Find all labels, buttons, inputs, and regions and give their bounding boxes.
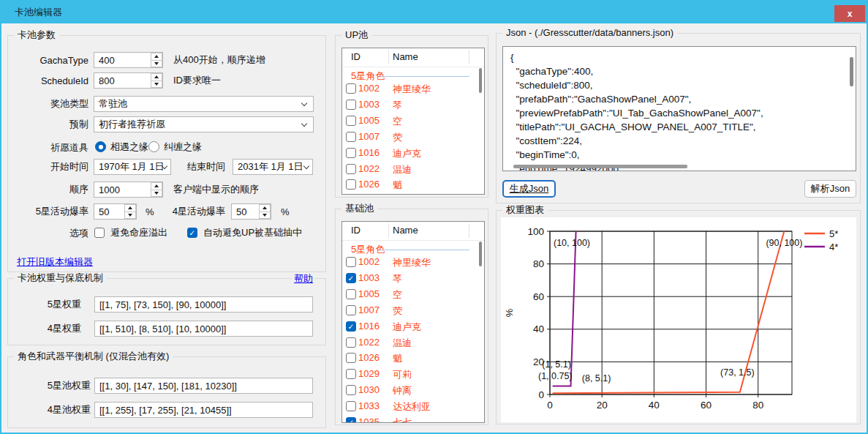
list-item[interactable]: 1005空 (342, 113, 484, 130)
row-checkbox[interactable] (346, 179, 356, 190)
radio-acquaint-fate[interactable] (95, 141, 106, 152)
avoid-constellation-overflow-label[interactable]: 避免命座溢出 (110, 226, 167, 239)
row-checkbox[interactable] (346, 337, 356, 348)
rate5-value[interactable]: 50 (94, 204, 124, 219)
spin-up-button[interactable] (151, 73, 162, 81)
row-checkbox[interactable] (346, 385, 356, 395)
list-item[interactable]: 1016迪卢克 (342, 319, 484, 335)
row-checkbox[interactable] (346, 132, 356, 142)
radio-acquaint-fate-label[interactable]: 相遇之缘 (110, 141, 148, 154)
spinner-buttons (259, 204, 271, 219)
vertical-scrollbar[interactable] (850, 57, 853, 86)
base-pool-list[interactable]: ID Name 5星角色 1002神里绫华1003琴1005空1007荧1016… (341, 221, 485, 423)
schedule-id-spinner[interactable]: 800 (94, 72, 163, 89)
auto-avoid-up-checkbox[interactable] (187, 228, 197, 238)
spin-down-button[interactable] (151, 81, 162, 89)
up-pool-list[interactable]: ID Name 5星角色 1002神里绫华1003琴1005空1007荧1016… (341, 48, 485, 195)
row-id: 1035 (358, 416, 380, 423)
parse-json-button[interactable]: 解析Json (804, 180, 856, 198)
pool-weight4-input[interactable]: [[1, 255], [17, 255], [21, 10455]] (94, 402, 313, 418)
list-item[interactable]: 1033达达利亚 (342, 399, 484, 415)
spinner-buttons (124, 204, 136, 219)
row-checkbox[interactable] (346, 369, 356, 379)
pool-weight5-input[interactable]: [[1, 30], [147, 150], [181, 10230]] (94, 378, 313, 394)
rate4-spinner[interactable]: 50 (231, 203, 271, 220)
column-header-id[interactable]: ID (351, 51, 361, 62)
list-item[interactable]: 1022温迪 (342, 335, 484, 351)
row-id: 1003 (358, 272, 380, 283)
row-checkbox[interactable] (346, 401, 356, 411)
begin-time-datepicker[interactable]: 1970年 1月 1日 (94, 159, 171, 175)
close-button[interactable]: x (834, 5, 865, 22)
row-name: 空 (393, 288, 402, 302)
open-legacy-editor-link[interactable]: 打开旧版本编辑器 (17, 255, 93, 269)
spin-up-button[interactable] (151, 53, 162, 61)
list-item[interactable]: 1003琴 (342, 97, 484, 113)
column-header-name[interactable]: Name (393, 51, 418, 62)
row-checkbox[interactable] (346, 83, 356, 94)
svg-text:60: 60 (701, 400, 712, 411)
rate4-value[interactable]: 50 (232, 204, 259, 219)
horizontal-scrollbar[interactable] (513, 165, 687, 168)
list-item[interactable]: 1035七七 (342, 415, 484, 423)
list-item[interactable]: 1002神里绫华 (342, 81, 484, 97)
arrow-down-icon (154, 62, 159, 65)
row-checkbox[interactable] (346, 321, 356, 332)
title-bar[interactable]: 卡池编辑器 (0, 0, 868, 23)
column-header-name[interactable]: Name (393, 225, 418, 236)
list-item[interactable]: 1007荧 (342, 130, 484, 146)
row-checkbox[interactable] (346, 257, 356, 267)
row-checkbox[interactable] (346, 289, 356, 299)
list-item[interactable]: 1026魈 (342, 177, 484, 193)
radio-intertwined-fate[interactable] (148, 141, 159, 152)
help-link[interactable]: 帮助 (292, 272, 315, 285)
list-item[interactable]: 1016迪卢克 (342, 146, 484, 162)
row-checkbox[interactable] (346, 164, 356, 174)
weight5-input[interactable]: [[1, 75], [73, 150], [90, 10000]] (94, 296, 313, 313)
vertical-scrollbar[interactable] (479, 68, 482, 93)
vertical-scrollbar[interactable] (479, 242, 482, 266)
spin-up-button[interactable] (259, 204, 271, 212)
schedule-id-value[interactable]: 800 (94, 73, 151, 88)
spin-down-button[interactable] (259, 212, 271, 220)
column-header-id[interactable]: ID (351, 225, 361, 236)
spin-down-button[interactable] (124, 212, 136, 220)
list-item[interactable]: 1030钟离 (342, 383, 484, 399)
rate5-spinner[interactable]: 50 (94, 203, 137, 220)
row-checkbox[interactable] (346, 100, 356, 110)
preset-dropdown[interactable]: 初行者推荐祈愿 (94, 116, 314, 132)
weight4-input[interactable]: [[1, 510], [8, 510], [10, 10000]] (94, 321, 313, 337)
section-divider (380, 76, 469, 77)
radio-intertwined-fate-label[interactable]: 纠缠之缘 (164, 141, 202, 154)
spin-up-button[interactable] (151, 182, 162, 190)
row-name: 七七 (393, 416, 412, 423)
spin-up-button[interactable] (124, 204, 136, 212)
chevron-down-icon (301, 121, 307, 127)
row-checkbox[interactable] (346, 417, 356, 423)
order-value[interactable]: 1000 (94, 182, 151, 197)
row-checkbox[interactable] (346, 353, 356, 363)
row-checkbox[interactable] (346, 273, 356, 283)
spin-down-button[interactable] (151, 190, 162, 198)
list-item[interactable]: 1002神里绫华 (342, 255, 484, 271)
gacha-type-value[interactable]: 400 (94, 53, 151, 67)
avoid-constellation-overflow-checkbox[interactable] (94, 228, 105, 238)
row-checkbox[interactable] (346, 148, 356, 158)
row-checkbox[interactable] (346, 116, 356, 126)
list-item[interactable]: 1005空 (342, 287, 484, 303)
pool-type-dropdown[interactable]: 常驻池 (94, 96, 314, 112)
auto-avoid-up-label[interactable]: 自动避免UP被基础抽中 (203, 226, 302, 239)
list-item[interactable]: 1003琴 (342, 271, 484, 287)
list-item[interactable]: 1022温迪 (342, 162, 484, 178)
end-time-datepicker[interactable]: 2031年 1月 1日 (233, 159, 313, 175)
spin-down-button[interactable] (151, 61, 162, 68)
spinner-buttons (151, 182, 162, 197)
list-item[interactable]: 1007荧 (342, 303, 484, 319)
order-spinner[interactable]: 1000 (94, 182, 163, 198)
list-item[interactable]: 1029可莉 (342, 367, 484, 383)
gacha-type-spinner[interactable]: 400 (94, 52, 163, 68)
json-textarea[interactable]: { "gachaType":400, "scheduleId":800, "pr… (502, 46, 856, 171)
generate-json-button[interactable]: 生成Json (502, 180, 556, 198)
row-checkbox[interactable] (346, 305, 356, 315)
list-item[interactable]: 1026魈 (342, 351, 484, 367)
